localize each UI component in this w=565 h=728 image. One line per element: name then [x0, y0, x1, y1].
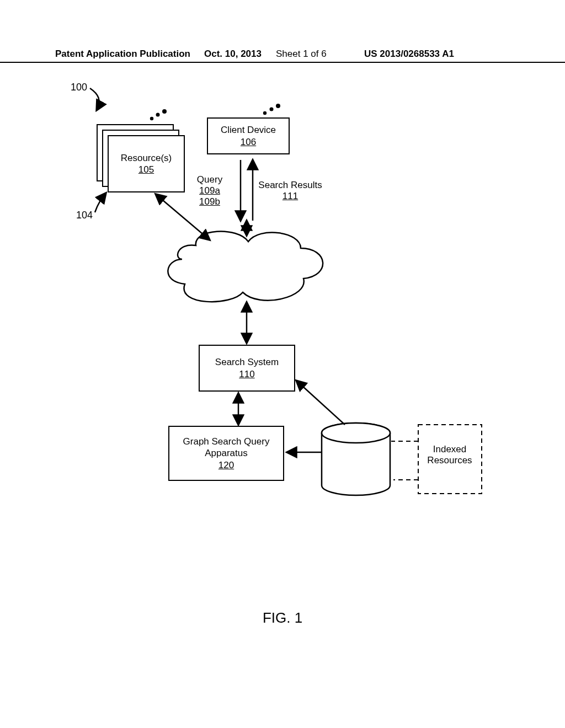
- svg-point-1: [322, 423, 390, 443]
- figure-label: FIG. 1: [0, 609, 565, 627]
- ellipsis-dot: [150, 117, 153, 120]
- network-cloud-icon: [168, 232, 323, 302]
- ellipsis-dot: [270, 108, 274, 111]
- ellipsis-dot: [156, 113, 160, 117]
- index-to-searchsystem-arrow: [296, 381, 345, 425]
- system-ref-leader: [90, 88, 99, 110]
- resources-container-leader: [95, 193, 106, 212]
- ellipsis-dot: [162, 109, 167, 114]
- ellipsis-dot: [263, 111, 266, 115]
- page: Patent Application Publication Oct. 10, …: [0, 0, 565, 728]
- resources-network-arrow: [156, 194, 210, 240]
- search-index-cylinder-icon: [322, 423, 390, 495]
- indexed-resources-box: [418, 425, 482, 494]
- ellipsis-dot: [276, 104, 280, 108]
